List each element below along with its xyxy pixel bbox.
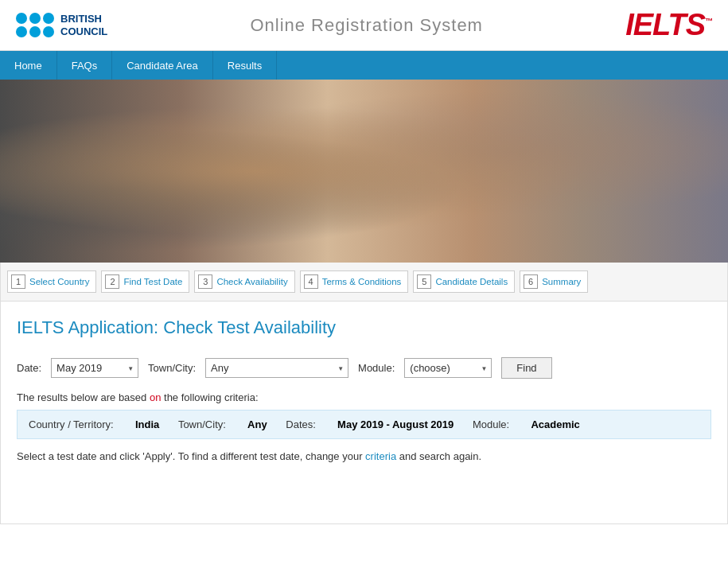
- criteria-town: Town/City: Any: [178, 418, 270, 430]
- date-select-wrapper: May 2019 June 2019 July 2019 August 2019: [51, 358, 138, 378]
- main-content: IELTS Application: Check Test Availabili…: [0, 302, 728, 524]
- bc-dot-1: [16, 13, 27, 24]
- step-3[interactable]: 3 Check Availability: [194, 270, 294, 293]
- hero-image: [0, 80, 728, 263]
- criteria-country-label: Country / Territory:: [29, 418, 114, 430]
- step-3-number: 3: [198, 274, 212, 289]
- results-info: The results below are based on the follo…: [17, 391, 711, 403]
- step-2-number: 2: [105, 274, 119, 289]
- step-6-number: 6: [524, 274, 538, 289]
- step-1[interactable]: 1 Select Country: [7, 270, 96, 293]
- search-form: Date: May 2019 June 2019 July 2019 Augus…: [17, 357, 711, 379]
- main-navigation: Home FAQs Candidate Area Results: [0, 51, 728, 80]
- info-text-2: and search again.: [399, 450, 481, 462]
- bc-dots: [16, 13, 54, 37]
- date-label: Date:: [17, 362, 41, 374]
- nav-candidate-area[interactable]: Candidate Area: [112, 51, 213, 80]
- criteria-country: Country / Territory: India: [29, 418, 162, 430]
- step-6-label: Summary: [542, 277, 581, 286]
- bc-dot-2: [29, 13, 41, 24]
- criteria-module-label: Module:: [473, 418, 509, 430]
- step-4-label: Terms & Conditions: [322, 277, 402, 286]
- criteria-town-value: Any: [247, 418, 267, 430]
- criteria-dates-value: May 2019 - August 2019: [337, 418, 454, 430]
- step-2[interactable]: 2 Find Test Date: [101, 270, 189, 293]
- date-select[interactable]: May 2019 June 2019 July 2019 August 2019: [51, 358, 138, 378]
- nav-home[interactable]: Home: [0, 51, 57, 80]
- criteria-country-value: India: [135, 418, 159, 430]
- criteria-town-label: Town/City:: [178, 418, 226, 430]
- step-6[interactable]: 6 Summary: [520, 270, 588, 293]
- town-select-wrapper: Any: [205, 358, 348, 378]
- header: BRITISH COUNCIL Online Registration Syst…: [0, 0, 728, 51]
- step-5[interactable]: 5 Candidate Details: [413, 270, 515, 293]
- results-highlight: on: [150, 391, 161, 403]
- criteria-dates-label: Dates:: [286, 418, 316, 430]
- page-title: IELTS Application: Check Test Availabili…: [17, 317, 711, 338]
- step-3-label: Check Availability: [216, 277, 287, 286]
- steps-bar: 1 Select Country 2 Find Test Date 3 Chec…: [0, 263, 728, 302]
- criteria-bar: Country / Territory: India Town/City: An…: [17, 410, 711, 439]
- bc-dot-6: [43, 26, 54, 37]
- step-4[interactable]: 4 Terms & Conditions: [300, 270, 409, 293]
- step-4-number: 4: [304, 274, 318, 289]
- criteria-module: Module: Academic: [473, 418, 580, 430]
- module-select[interactable]: (choose) Academic General Training: [404, 358, 492, 378]
- step-2-label: Find Test Date: [123, 277, 182, 286]
- hero-image-inner: [0, 80, 728, 263]
- info-text: Select a test date and click 'Apply'. To…: [17, 449, 711, 465]
- criteria-dates: Dates: May 2019 - August 2019: [286, 418, 457, 430]
- town-select[interactable]: Any: [205, 358, 348, 378]
- bc-dot-4: [16, 26, 27, 37]
- step-5-number: 5: [417, 274, 431, 289]
- criteria-link[interactable]: criteria: [365, 450, 396, 462]
- module-select-wrapper: (choose) Academic General Training: [404, 358, 492, 378]
- town-label: Town/City:: [148, 362, 196, 374]
- find-button[interactable]: Find: [501, 357, 551, 379]
- nav-results[interactable]: Results: [213, 51, 277, 80]
- british-council-logo: BRITISH COUNCIL: [16, 13, 107, 37]
- info-text-1: Select a test date and click 'Apply'. To…: [17, 450, 362, 462]
- ielts-logo: IELTS™: [625, 8, 712, 42]
- step-1-number: 1: [11, 274, 25, 289]
- module-label: Module:: [358, 362, 395, 374]
- criteria-module-value: Academic: [531, 418, 579, 430]
- header-title: Online Registration System: [250, 15, 483, 36]
- step-5-label: Candidate Details: [435, 277, 508, 286]
- step-1-label: Select Country: [29, 277, 89, 286]
- nav-faqs[interactable]: FAQs: [57, 51, 113, 80]
- bc-dot-5: [29, 26, 41, 37]
- bc-dot-3: [43, 13, 54, 24]
- bc-logo-text: BRITISH COUNCIL: [60, 13, 107, 37]
